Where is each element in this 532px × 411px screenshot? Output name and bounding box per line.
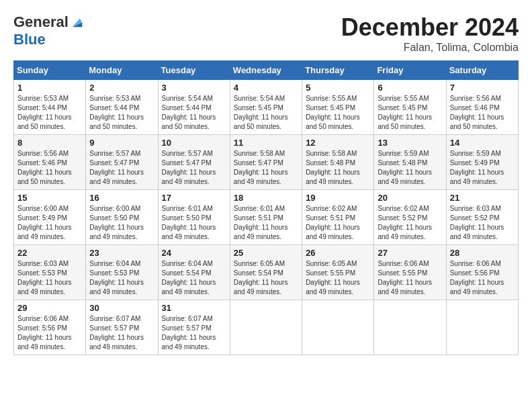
day-number: 10 bbox=[162, 138, 226, 148]
day-info: Sunrise: 6:05 AMSunset: 5:55 PMDaylight:… bbox=[306, 259, 370, 297]
month-title: December 2024 bbox=[341, 13, 519, 42]
column-header-sunday: Sunday bbox=[14, 61, 86, 80]
day-number: 18 bbox=[234, 193, 298, 203]
day-info: Sunrise: 6:03 AMSunset: 5:52 PMDaylight:… bbox=[450, 204, 515, 242]
calendar-cell: 26Sunrise: 6:05 AMSunset: 5:55 PMDayligh… bbox=[302, 245, 374, 300]
day-info: Sunrise: 6:04 AMSunset: 5:53 PMDaylight:… bbox=[89, 259, 154, 297]
day-number: 28 bbox=[450, 248, 515, 258]
calendar-cell: 3Sunrise: 5:54 AMSunset: 5:44 PMDaylight… bbox=[158, 80, 230, 135]
day-number: 5 bbox=[306, 83, 370, 93]
calendar-cell: 29Sunrise: 6:06 AMSunset: 5:56 PMDayligh… bbox=[14, 300, 86, 355]
day-number: 17 bbox=[162, 193, 226, 203]
page-header: General Blue December 2024 Falan, Tolima… bbox=[13, 13, 519, 54]
day-info: Sunrise: 5:56 AMSunset: 5:46 PMDaylight:… bbox=[450, 94, 515, 132]
day-info: Sunrise: 6:06 AMSunset: 5:56 PMDaylight:… bbox=[17, 314, 82, 352]
calendar-cell: 19Sunrise: 6:02 AMSunset: 5:51 PMDayligh… bbox=[302, 190, 374, 245]
day-number: 3 bbox=[162, 83, 226, 93]
calendar-table: SundayMondayTuesdayWednesdayThursdayFrid… bbox=[13, 60, 519, 355]
day-number: 6 bbox=[378, 83, 442, 93]
calendar-cell: 8Sunrise: 5:56 AMSunset: 5:46 PMDaylight… bbox=[14, 135, 86, 190]
calendar-cell: 27Sunrise: 6:06 AMSunset: 5:55 PMDayligh… bbox=[374, 245, 446, 300]
calendar-cell: 2Sunrise: 5:53 AMSunset: 5:44 PMDaylight… bbox=[86, 80, 158, 135]
calendar-cell: 9Sunrise: 5:57 AMSunset: 5:47 PMDaylight… bbox=[86, 135, 158, 190]
week-row-5: 29Sunrise: 6:06 AMSunset: 5:56 PMDayligh… bbox=[14, 300, 519, 355]
day-info: Sunrise: 6:01 AMSunset: 5:51 PMDaylight:… bbox=[234, 204, 298, 242]
day-number: 24 bbox=[162, 248, 226, 258]
day-info: Sunrise: 5:56 AMSunset: 5:46 PMDaylight:… bbox=[17, 149, 82, 187]
column-header-saturday: Saturday bbox=[446, 61, 518, 80]
day-number: 4 bbox=[234, 83, 298, 93]
logo-icon bbox=[70, 15, 85, 30]
calendar-cell: 28Sunrise: 6:06 AMSunset: 5:56 PMDayligh… bbox=[446, 245, 518, 300]
column-header-monday: Monday bbox=[86, 61, 158, 80]
calendar-cell: 1Sunrise: 5:53 AMSunset: 5:44 PMDaylight… bbox=[14, 80, 86, 135]
day-info: Sunrise: 5:57 AMSunset: 5:47 PMDaylight:… bbox=[89, 149, 154, 187]
day-info: Sunrise: 6:00 AMSunset: 5:50 PMDaylight:… bbox=[89, 204, 154, 242]
calendar-cell: 13Sunrise: 5:59 AMSunset: 5:48 PMDayligh… bbox=[374, 135, 446, 190]
calendar-cell bbox=[302, 300, 374, 355]
day-info: Sunrise: 6:02 AMSunset: 5:51 PMDaylight:… bbox=[306, 204, 370, 242]
day-info: Sunrise: 6:04 AMSunset: 5:54 PMDaylight:… bbox=[162, 259, 226, 297]
day-number: 7 bbox=[450, 83, 515, 93]
calendar-cell: 16Sunrise: 6:00 AMSunset: 5:50 PMDayligh… bbox=[86, 190, 158, 245]
calendar-cell bbox=[374, 300, 446, 355]
day-info: Sunrise: 5:59 AMSunset: 5:49 PMDaylight:… bbox=[450, 149, 515, 187]
day-info: Sunrise: 6:03 AMSunset: 5:53 PMDaylight:… bbox=[17, 259, 82, 297]
day-number: 11 bbox=[234, 138, 298, 148]
day-info: Sunrise: 5:59 AMSunset: 5:48 PMDaylight:… bbox=[378, 149, 442, 187]
day-number: 27 bbox=[378, 248, 442, 258]
day-info: Sunrise: 5:58 AMSunset: 5:48 PMDaylight:… bbox=[306, 149, 370, 187]
week-row-4: 22Sunrise: 6:03 AMSunset: 5:53 PMDayligh… bbox=[14, 245, 519, 300]
calendar-cell bbox=[230, 300, 302, 355]
column-header-friday: Friday bbox=[374, 61, 446, 80]
day-info: Sunrise: 5:53 AMSunset: 5:44 PMDaylight:… bbox=[17, 94, 82, 132]
calendar-cell: 22Sunrise: 6:03 AMSunset: 5:53 PMDayligh… bbox=[14, 245, 86, 300]
calendar-cell: 23Sunrise: 6:04 AMSunset: 5:53 PMDayligh… bbox=[86, 245, 158, 300]
column-header-wednesday: Wednesday bbox=[230, 61, 302, 80]
day-info: Sunrise: 6:07 AMSunset: 5:57 PMDaylight:… bbox=[89, 314, 154, 352]
day-number: 21 bbox=[450, 193, 515, 203]
calendar-cell: 20Sunrise: 6:02 AMSunset: 5:52 PMDayligh… bbox=[374, 190, 446, 245]
day-info: Sunrise: 5:55 AMSunset: 5:45 PMDaylight:… bbox=[378, 94, 442, 132]
logo-general: General bbox=[13, 13, 69, 31]
week-row-2: 8Sunrise: 5:56 AMSunset: 5:46 PMDaylight… bbox=[14, 135, 519, 190]
title-section: December 2024 Falan, Tolima, Colombia bbox=[341, 13, 519, 54]
day-number: 30 bbox=[89, 303, 154, 313]
day-number: 19 bbox=[306, 193, 370, 203]
day-info: Sunrise: 5:55 AMSunset: 5:45 PMDaylight:… bbox=[306, 94, 370, 132]
day-number: 16 bbox=[89, 193, 154, 203]
day-number: 23 bbox=[89, 248, 154, 258]
day-info: Sunrise: 6:06 AMSunset: 5:55 PMDaylight:… bbox=[378, 259, 442, 297]
day-number: 15 bbox=[17, 193, 82, 203]
day-info: Sunrise: 5:54 AMSunset: 5:45 PMDaylight:… bbox=[234, 94, 298, 132]
calendar-cell bbox=[446, 300, 518, 355]
day-number: 20 bbox=[378, 193, 442, 203]
day-number: 13 bbox=[378, 138, 442, 148]
day-info: Sunrise: 6:06 AMSunset: 5:56 PMDaylight:… bbox=[450, 259, 515, 297]
week-row-3: 15Sunrise: 6:00 AMSunset: 5:49 PMDayligh… bbox=[14, 190, 519, 245]
day-info: Sunrise: 5:53 AMSunset: 5:44 PMDaylight:… bbox=[89, 94, 154, 132]
logo-blue: Blue bbox=[13, 31, 46, 48]
calendar-cell: 31Sunrise: 6:07 AMSunset: 5:57 PMDayligh… bbox=[158, 300, 230, 355]
calendar-cell: 18Sunrise: 6:01 AMSunset: 5:51 PMDayligh… bbox=[230, 190, 302, 245]
day-number: 26 bbox=[306, 248, 370, 258]
calendar-cell: 25Sunrise: 6:05 AMSunset: 5:54 PMDayligh… bbox=[230, 245, 302, 300]
day-number: 25 bbox=[234, 248, 298, 258]
logo: General Blue bbox=[13, 13, 85, 48]
calendar-cell: 10Sunrise: 5:57 AMSunset: 5:47 PMDayligh… bbox=[158, 135, 230, 190]
column-header-thursday: Thursday bbox=[302, 61, 374, 80]
day-number: 31 bbox=[162, 303, 226, 313]
calendar-cell: 7Sunrise: 5:56 AMSunset: 5:46 PMDaylight… bbox=[446, 80, 518, 135]
column-header-tuesday: Tuesday bbox=[158, 61, 230, 80]
day-number: 9 bbox=[89, 138, 154, 148]
day-number: 2 bbox=[89, 83, 154, 93]
calendar-cell: 11Sunrise: 5:58 AMSunset: 5:47 PMDayligh… bbox=[230, 135, 302, 190]
day-number: 1 bbox=[17, 83, 82, 93]
calendar-cell: 4Sunrise: 5:54 AMSunset: 5:45 PMDaylight… bbox=[230, 80, 302, 135]
calendar-cell: 21Sunrise: 6:03 AMSunset: 5:52 PMDayligh… bbox=[446, 190, 518, 245]
day-number: 8 bbox=[17, 138, 82, 148]
calendar-cell: 12Sunrise: 5:58 AMSunset: 5:48 PMDayligh… bbox=[302, 135, 374, 190]
location: Falan, Tolima, Colombia bbox=[341, 42, 519, 54]
calendar-cell: 6Sunrise: 5:55 AMSunset: 5:45 PMDaylight… bbox=[374, 80, 446, 135]
day-info: Sunrise: 6:02 AMSunset: 5:52 PMDaylight:… bbox=[378, 204, 442, 242]
